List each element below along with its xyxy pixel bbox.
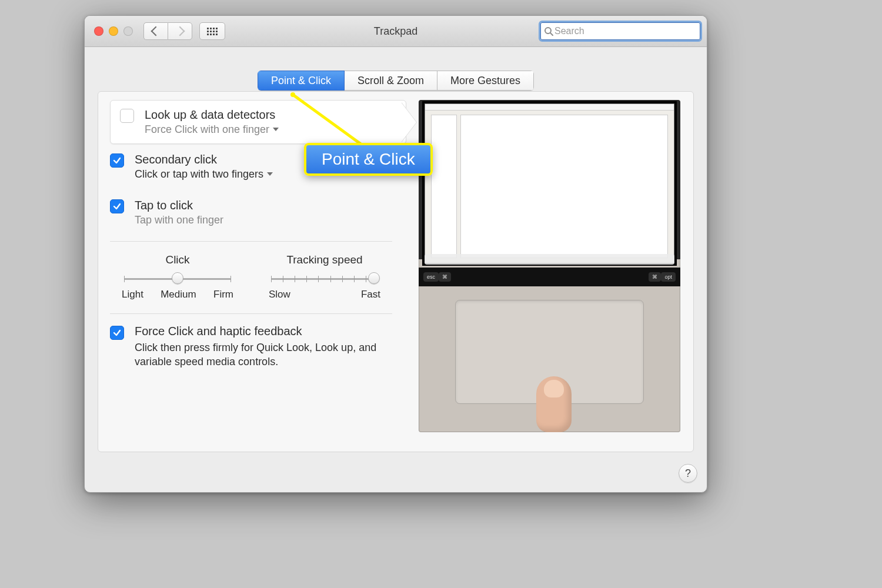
slider-tracking-min: Slow bbox=[269, 289, 290, 300]
option-force-click-title: Force Click and haptic feedback bbox=[135, 325, 387, 338]
close-window-button[interactable] bbox=[94, 26, 103, 36]
search-input[interactable] bbox=[553, 25, 697, 37]
search-icon bbox=[544, 26, 553, 36]
back-button[interactable] bbox=[143, 22, 168, 40]
slider-click-track[interactable] bbox=[124, 272, 231, 285]
checkbox-secondary-click[interactable] bbox=[110, 153, 124, 168]
tab-more-gestures[interactable]: More Gestures bbox=[437, 71, 534, 91]
show-all-button[interactable] bbox=[199, 22, 225, 40]
slider-tracking-max: Fast bbox=[361, 289, 380, 300]
nav-back-forward bbox=[143, 22, 192, 40]
tab-point-click[interactable]: Point & Click bbox=[258, 71, 345, 91]
help-button[interactable]: ? bbox=[679, 464, 697, 483]
option-secondary-click-title: Secondary click bbox=[135, 152, 273, 167]
divider bbox=[110, 241, 392, 242]
slider-click-min: Light bbox=[122, 289, 143, 300]
option-look-up-subtitle[interactable]: Force Click with one finger bbox=[145, 122, 279, 136]
slider-click-thumb[interactable] bbox=[172, 272, 183, 284]
checkbox-tap-to-click[interactable] bbox=[110, 199, 124, 213]
option-secondary-click-subtitle-text: Click or tap with two fingers bbox=[135, 167, 263, 181]
chevron-right-icon bbox=[175, 26, 185, 36]
option-tap-to-click-subtitle: Tap with one finger bbox=[135, 213, 223, 227]
callout-label: Point & Click bbox=[304, 143, 433, 176]
search-field-wrap[interactable] bbox=[539, 21, 702, 42]
slider-click-label: Click bbox=[122, 253, 233, 266]
slider-click-mid: Medium bbox=[161, 289, 196, 300]
option-force-click[interactable]: Force Click and haptic feedback Click th… bbox=[110, 320, 392, 369]
divider bbox=[110, 313, 392, 314]
grid-icon bbox=[207, 28, 218, 35]
option-force-click-desc: Click then press firmly for Quick Look, … bbox=[135, 340, 387, 369]
chevron-down-icon bbox=[273, 128, 279, 131]
zoom-window-button[interactable] bbox=[123, 26, 133, 36]
window-controls bbox=[94, 26, 133, 36]
sliders-row: Click Light Medium Firm Tracking speed bbox=[110, 248, 392, 300]
svg-line-1 bbox=[550, 33, 553, 35]
checkbox-force-click[interactable] bbox=[110, 326, 124, 340]
slider-tracking-track[interactable] bbox=[271, 272, 378, 285]
chevron-down-icon bbox=[267, 172, 273, 176]
tab-bar: Point & Click Scroll & Zoom More Gesture… bbox=[85, 71, 707, 91]
slider-tracking-label: Tracking speed bbox=[269, 253, 380, 266]
options-column: Look up & data detectors Force Click wit… bbox=[110, 100, 392, 369]
chevron-left-icon bbox=[151, 26, 161, 36]
slider-click: Click Light Medium Firm bbox=[122, 253, 233, 300]
titlebar: Trackpad bbox=[85, 16, 707, 47]
gesture-preview: esc ⌘ ⌘ opt bbox=[419, 100, 680, 432]
option-look-up-title: Look up & data detectors bbox=[145, 108, 279, 122]
forward-button[interactable] bbox=[168, 22, 192, 40]
tab-scroll-zoom[interactable]: Scroll & Zoom bbox=[345, 71, 437, 91]
option-tap-to-click[interactable]: Tap to click Tap with one finger bbox=[110, 190, 392, 235]
preferences-window: Trackpad Point & Click Scroll & Zoom Mor… bbox=[84, 15, 707, 493]
option-look-up[interactable]: Look up & data detectors Force Click wit… bbox=[110, 100, 406, 144]
minimize-window-button[interactable] bbox=[109, 26, 118, 36]
checkbox-look-up[interactable] bbox=[120, 109, 134, 123]
option-secondary-click-subtitle[interactable]: Click or tap with two fingers bbox=[135, 167, 273, 181]
option-look-up-subtitle-text: Force Click with one finger bbox=[145, 122, 269, 136]
slider-tracking: Tracking speed Slow Fast bbox=[269, 253, 380, 300]
slider-tracking-thumb[interactable] bbox=[368, 272, 380, 284]
option-tap-to-click-title: Tap to click bbox=[135, 198, 223, 213]
slider-click-max: Firm bbox=[213, 289, 233, 300]
